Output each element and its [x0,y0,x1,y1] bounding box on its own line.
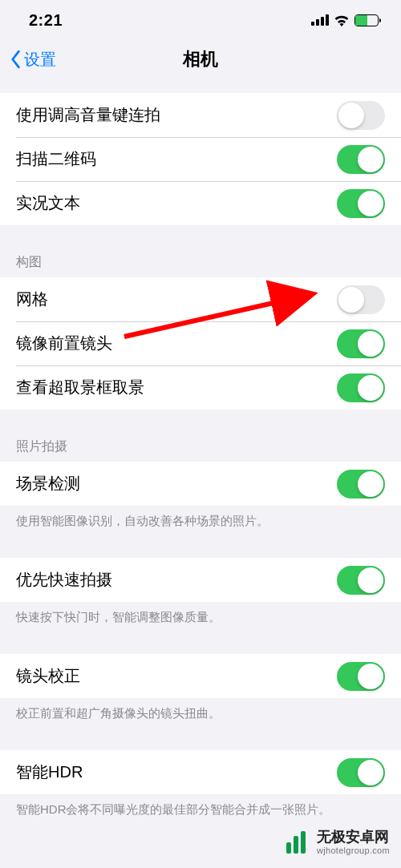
group-composition: 网格 镜像前置镜头 查看超取景框取景 [0,277,401,410]
toggle-scan-qr[interactable] [337,145,385,174]
row-label: 镜头校正 [16,665,80,687]
row-label: 场景检测 [16,473,80,495]
group-header-photo: 照片拍摄 [0,438,401,462]
back-label: 设置 [24,49,56,71]
toggle-lens-correction[interactable] [337,662,385,691]
watermark-url: wjhotelgroup.com [317,846,390,855]
toggle-prioritize-fast[interactable] [337,566,385,595]
row-label: 扫描二维码 [16,148,96,170]
toggle-grid[interactable] [337,285,385,314]
status-icons [311,14,379,26]
row-label: 智能HDR [16,761,83,783]
status-bar: 2:21 [0,0,401,40]
row-label: 镜像前置镜头 [16,333,112,354]
row-label: 使用调高音量键连拍 [16,104,160,126]
group-smart-hdr: 智能HDR [0,750,401,794]
toggle-smart-hdr[interactable] [337,758,385,787]
row-volume-burst[interactable]: 使用调高音量键连拍 [0,93,401,137]
row-view-outside-frame[interactable]: 查看超取景框取景 [0,365,401,410]
toggle-mirror-front[interactable] [337,329,385,358]
watermark: 无极安卓网 wjhotelgroup.com [282,828,390,857]
row-grid[interactable]: 网格 [0,277,401,321]
row-label: 实况文本 [16,192,80,214]
cellular-icon [311,14,329,26]
page-title: 相机 [183,47,218,71]
footer-prioritize-fast: 快速按下快门时，智能调整图像质量。 [0,602,401,625]
wifi-icon [334,14,350,26]
settings-content: 使用调高音量键连拍 扫描二维码 实况文本 构图 网格 镜像前置镜头 查看超取景框… [0,79,401,818]
back-button[interactable]: 设置 [10,49,56,71]
group-lens-correction: 镜头校正 [0,654,401,698]
footer-scene-detect: 使用智能图像识别，自动改善各种场景的照片。 [0,506,401,529]
row-label: 优先快速拍摄 [16,569,112,591]
watermark-title: 无极安卓网 [317,830,390,846]
group-top: 使用调高音量键连拍 扫描二维码 实况文本 [0,93,401,225]
toggle-scene-detect[interactable] [337,470,385,499]
row-label: 网格 [16,289,48,310]
row-lens-correction[interactable]: 镜头校正 [0,654,401,698]
footer-smart-hdr: 智能HDR会将不同曝光度的最佳部分智能合并成一张照片。 [0,794,401,818]
row-mirror-front[interactable]: 镜像前置镜头 [0,321,401,365]
status-time: 2:21 [29,11,63,30]
nav-bar: 设置 相机 [0,40,401,79]
toggle-view-outside-frame[interactable] [337,373,385,402]
row-scan-qr[interactable]: 扫描二维码 [0,137,401,181]
row-scene-detect[interactable]: 场景检测 [0,462,401,506]
row-prioritize-fast[interactable]: 优先快速拍摄 [0,558,401,602]
watermark-logo-icon [282,828,310,857]
group-scene-detect: 场景检测 [0,462,401,506]
toggle-live-text[interactable] [337,189,385,218]
toggle-volume-burst[interactable] [337,101,385,130]
group-header-composition: 构图 [0,254,401,277]
battery-icon [354,14,379,26]
row-live-text[interactable]: 实况文本 [0,181,401,225]
chevron-left-icon [10,50,21,69]
row-smart-hdr[interactable]: 智能HDR [0,750,401,794]
row-label: 查看超取景框取景 [16,377,144,398]
footer-lens-correction: 校正前置和超广角摄像头的镜头扭曲。 [0,698,401,721]
group-prioritize-fast: 优先快速拍摄 [0,558,401,602]
